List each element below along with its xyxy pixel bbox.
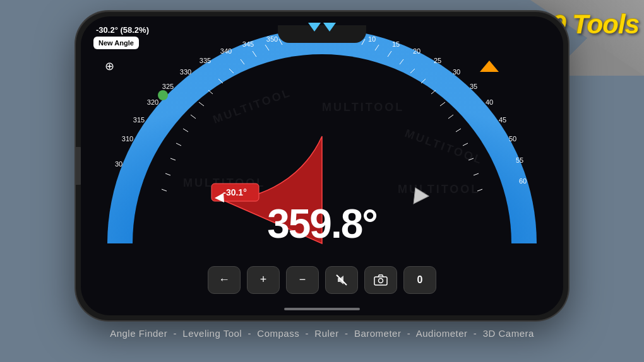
separator-3: - [302, 328, 315, 339]
svg-text:45: 45 [499, 116, 506, 124]
svg-text:60: 60 [519, 177, 527, 185]
svg-text:MULTITOOL: MULTITOOL [398, 183, 480, 196]
svg-text:50: 50 [509, 135, 516, 143]
svg-text:55: 55 [516, 156, 523, 164]
angle-display: 359.8° [81, 201, 563, 247]
arrow-right-icon [323, 23, 336, 32]
svg-text:335: 335 [200, 57, 211, 64]
minus-button[interactable]: − [286, 266, 319, 294]
svg-text:345: 345 [242, 40, 254, 48]
mute-button[interactable] [325, 266, 358, 294]
separator-1: - [170, 328, 183, 339]
separator-6: - [470, 328, 483, 339]
svg-text:320: 320 [147, 98, 158, 106]
svg-point-71 [379, 278, 383, 283]
svg-text:10: 10 [368, 35, 376, 43]
new-angle-button[interactable]: New Angle [93, 37, 139, 49]
tool-barometer: Barometer [354, 328, 402, 339]
svg-text:35: 35 [470, 83, 477, 90]
svg-text:325: 325 [162, 83, 174, 90]
phone-frame: -30.2° (58.2%) New Angle ⊕ [76, 11, 568, 320]
separator-4: - [342, 328, 354, 339]
back-button[interactable]: ← [208, 266, 241, 294]
crosshair-icon[interactable]: ⊕ [105, 59, 119, 73]
separator-2: - [245, 328, 258, 339]
svg-text:15: 15 [392, 40, 400, 48]
svg-text:30: 30 [115, 160, 122, 168]
svg-text:40: 40 [486, 98, 493, 106]
tools-label: Angle Finder - Leveling Tool - Compass -… [110, 328, 534, 339]
svg-text:-30.1°: -30.1° [223, 187, 247, 197]
phone-screen: -30.2° (58.2%) New Angle ⊕ [81, 16, 563, 315]
controls-bar: ← + − 0 [208, 266, 436, 294]
svg-text:350: 350 [266, 35, 278, 43]
tool-3d-camera: 3D Camera [483, 328, 534, 339]
svg-text:30: 30 [453, 68, 460, 76]
svg-text:25: 25 [434, 57, 441, 64]
home-indicator [284, 308, 360, 310]
tool-compass: Compass [257, 328, 299, 339]
camera-button[interactable] [364, 266, 397, 294]
top-arrows [308, 23, 336, 32]
svg-text:340: 340 [220, 47, 232, 55]
svg-text:315: 315 [133, 116, 145, 124]
svg-text:310: 310 [122, 135, 133, 143]
svg-marker-35 [480, 61, 499, 72]
tool-ruler: Ruler [314, 328, 338, 339]
svg-text:MULTITOOL: MULTITOOL [322, 101, 404, 114]
arrow-left-icon [308, 23, 321, 32]
svg-text:330: 330 [180, 68, 191, 76]
status-bar: -30.2° (58.2%) [96, 25, 149, 35]
tool-angle-finder: Angle Finder [110, 328, 167, 339]
tool-audiometer: Audiometer [416, 328, 468, 339]
separator-5: - [404, 328, 416, 339]
plus-button[interactable]: + [247, 266, 280, 294]
svg-text:20: 20 [413, 47, 420, 55]
svg-point-30 [158, 90, 168, 100]
zero-button[interactable]: 0 [403, 266, 436, 294]
tool-leveling: Leveling Tool [182, 328, 242, 339]
